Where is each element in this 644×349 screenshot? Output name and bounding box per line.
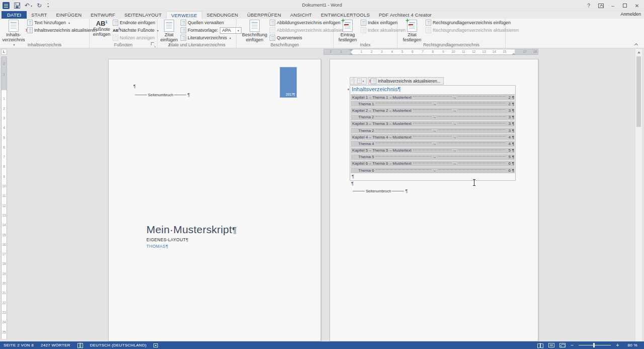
horizontal-ruler[interactable]: 211234567891011121314151718 xyxy=(324,49,538,55)
toc-page-number: 2 xyxy=(507,95,511,100)
year-sidebar-box[interactable]: 2017¶ xyxy=(280,67,297,98)
zoom-level[interactable]: 80 % xyxy=(624,343,641,347)
ribbon-tab[interactable]: SENDUNGEN xyxy=(202,11,243,19)
toc-leader-dots xyxy=(376,116,431,117)
zoom-out-icon[interactable]: − xyxy=(571,343,574,347)
ribbon-tab[interactable]: ENTWURF xyxy=(86,11,120,19)
insert-caption-button[interactable]: Beschriftungeinfügen xyxy=(242,20,268,42)
ruler-number: 5 xyxy=(2,135,7,139)
document-title: Mein·Musterskript¶ xyxy=(146,224,237,236)
ribbon-group-fussnoten: AB1 Fußnoteeinfügen Endnote einfügen AB2… xyxy=(90,19,157,48)
zoom-slider[interactable] xyxy=(579,345,611,345)
ribbon-tab[interactable]: VERWEISE xyxy=(166,11,202,19)
ribbon-tab[interactable]: ANSICHT xyxy=(286,11,316,19)
read-mode-icon[interactable] xyxy=(537,343,543,347)
toc-entry-row[interactable]: Thema 5 → 5 ¶ xyxy=(351,154,515,160)
footnotes-dialog-launcher-icon[interactable] xyxy=(151,42,155,47)
insert-table-of-authorities-button[interactable]: Rechtsgrundlagenverzeichnis einfügen xyxy=(426,19,519,26)
toc-entry-row[interactable]: Thema 2 → 3 ¶ xyxy=(351,127,515,133)
page-1[interactable]: ¶ Seitenumbruch¶ 2017¶ Mein·Musterskript… xyxy=(108,59,321,341)
drag-handle-icon[interactable]: ⋮ xyxy=(350,77,354,85)
mark-entry-button[interactable]: Eintragfestlegen xyxy=(337,20,359,42)
toc-entry-row[interactable]: Thema 4 → 4 ¶ xyxy=(351,141,515,147)
group-label: Zitate und Literaturverzeichnis xyxy=(157,42,236,47)
vertical-ruler[interactable]: 2112345678910111213141516171819202122232… xyxy=(1,56,7,339)
ribbon-tab[interactable]: EINFÜGEN xyxy=(52,11,87,19)
tab-arrow-mark: → xyxy=(453,96,456,99)
ruler-number: 18 xyxy=(533,50,537,53)
ribbon-tab[interactable]: START xyxy=(27,11,51,19)
ruler-number: 8 xyxy=(432,50,434,53)
mark-citation-button[interactable]: Zitatfestlegen xyxy=(401,20,423,42)
toc-entry-row[interactable]: Thema 1 → 2 ¶ xyxy=(351,101,515,107)
indent-marker-icon[interactable] xyxy=(349,49,353,55)
toc-leader-dots xyxy=(376,103,431,103)
insert-endnote-button[interactable]: Endnote einfügen xyxy=(113,19,158,26)
ribbon-tab[interactable]: DATEI xyxy=(2,11,27,19)
zoom-slider-thumb[interactable] xyxy=(593,343,595,347)
toc-control-menu-button[interactable]: ▾ xyxy=(354,77,367,85)
collapse-ribbon-icon[interactable] xyxy=(635,43,638,46)
tab-stop-selector[interactable]: L xyxy=(1,49,7,55)
toc-entry-row[interactable]: Kapitel 6 – Thema 6 – Mustertext → 6 ¶ xyxy=(351,161,515,167)
cross-reference-icon xyxy=(270,35,275,41)
show-notes-button[interactable]: Notizen anzeigen xyxy=(113,34,158,41)
page-count-status[interactable]: SEITE 2 VON 8 xyxy=(0,343,37,347)
language-status[interactable]: DEUTSCH (DEUTSCHLAND) xyxy=(87,343,150,347)
minimize-button[interactable]: – xyxy=(608,1,618,10)
sign-in-link[interactable]: Anmelden xyxy=(620,12,641,17)
toc-page-number: 6 xyxy=(507,168,511,173)
ribbon-tab[interactable]: ÜBERPRÜFEN xyxy=(243,11,285,19)
right-indent-marker-icon[interactable] xyxy=(512,52,516,55)
manage-sources-icon xyxy=(181,20,186,26)
ribbon-tab[interactable]: SEITENLAYOUT xyxy=(120,11,166,19)
toc-entry-text: Kapitel 4 – Thema 4 – Mustertext xyxy=(352,135,412,139)
toc-entry-row[interactable]: Thema 6 → 6 ¶ xyxy=(351,167,515,173)
update-table-of-authorities-button[interactable]: Rechtsgrundlagenverzeichnis aktualisiere… xyxy=(426,27,519,34)
toc-entry-text: Kapitel 5 – Thema 5 – Mustertext xyxy=(352,148,412,153)
ribbon-display-options-button[interactable] xyxy=(596,1,606,10)
toc-page-number: 3 xyxy=(507,121,511,126)
insert-footnote-button[interactable]: AB1 Fußnoteeinfügen xyxy=(92,20,112,37)
toc-entry-row[interactable]: Kapitel 5 – Thema 5 – Mustertext → 5 ¶ xyxy=(351,148,515,154)
toc-entry-row[interactable]: Kapitel 3 – Thema 3 – Mustertext → 3 ¶ xyxy=(351,121,515,127)
ruler-number: 1 xyxy=(2,97,7,100)
vertical-scrollbar[interactable] xyxy=(635,49,642,341)
proofing-status-icon[interactable] xyxy=(77,343,83,347)
print-layout-icon[interactable] xyxy=(548,343,554,347)
scroll-up-icon[interactable] xyxy=(635,49,642,56)
restore-button[interactable] xyxy=(620,1,630,10)
table-of-figures-icon xyxy=(270,20,275,26)
close-button[interactable]: ✕ xyxy=(632,1,642,10)
ruler-number: 3 xyxy=(2,116,7,119)
next-footnote-button[interactable]: AB2Nächste Fußnote▾ xyxy=(113,27,158,34)
scrollbar-thumb[interactable] xyxy=(636,56,641,127)
macro-record-icon[interactable] xyxy=(153,343,158,347)
pilcrow-mark: ¶ xyxy=(511,135,514,139)
zoom-in-icon[interactable]: + xyxy=(616,343,619,347)
toc-control-icon xyxy=(357,79,362,84)
page-2[interactable]: ⋮ ▾ Inhaltsverzeichnis aktualisieren... … xyxy=(330,59,538,341)
toc-entry-row[interactable]: Kapitel 4 – Thema 4 – Mustertext → 4 ¶ xyxy=(351,134,515,140)
help-button[interactable]: ? xyxy=(584,1,594,10)
web-layout-icon[interactable] xyxy=(559,343,566,347)
ribbon-tab[interactable]: ENTWICKLERTOOLS xyxy=(316,11,374,19)
update-toc-control-button[interactable]: Inhaltsverzeichnis aktualisieren... xyxy=(368,77,444,85)
toc-entry-row[interactable]: Thema 2 → 3 ¶ xyxy=(351,114,515,120)
toc-entry-row[interactable]: Kapitel 2 – Thema 2 – Mustertext → 3 ¶ xyxy=(351,107,515,113)
insert-index-icon xyxy=(361,20,366,26)
ruler-number: 2 xyxy=(2,62,7,65)
word-count-status[interactable]: 2427 WÖRTER xyxy=(37,343,74,347)
endnote-icon xyxy=(113,20,118,26)
update-toc-button[interactable]: Inhaltsverzeichnis aktualisieren xyxy=(27,27,97,34)
toc-entry-row[interactable]: Kapitel 1 – Thema 1 – Mustertext → 2 ¶ xyxy=(351,94,515,100)
group-label: Fußnoten xyxy=(90,42,157,47)
tab-arrow-mark: → xyxy=(433,102,436,106)
ruler-number: 11 xyxy=(2,194,7,197)
ruler-number: 6 xyxy=(412,50,414,53)
pilcrow-mark: ¶ xyxy=(511,161,514,166)
toc-leader-dots xyxy=(376,143,431,143)
add-text-button[interactable]: Text hinzufügen▾ xyxy=(27,19,97,26)
bibliography-button[interactable]: Literaturverzeichnis▾ xyxy=(181,34,242,41)
manage-sources-button[interactable]: Quellen verwalten xyxy=(181,19,242,26)
